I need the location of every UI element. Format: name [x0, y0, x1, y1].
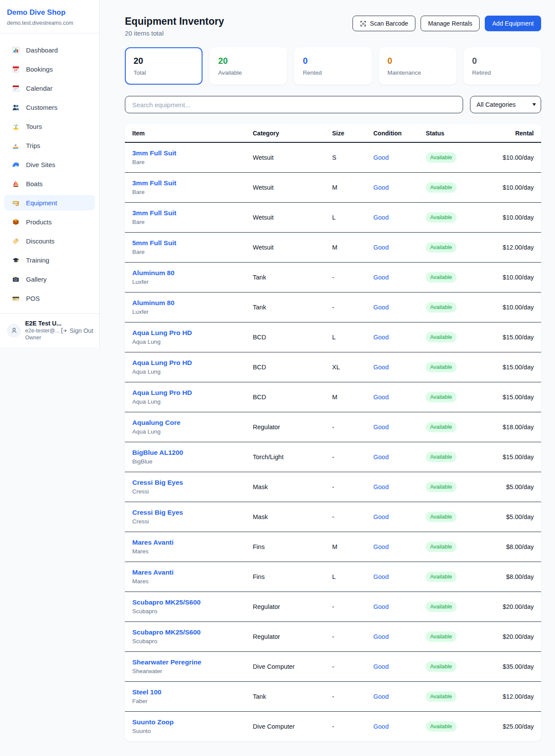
item-name-link[interactable]: Cressi Big Eyes	[132, 478, 249, 487]
item-name-link[interactable]: Aluminum 80	[132, 298, 249, 307]
status-badge: Available	[426, 631, 457, 642]
item-rental-rate: $20.00/day	[490, 621, 541, 651]
item-category: Fins	[253, 562, 332, 592]
item-name-link[interactable]: Shearwater Peregrine	[132, 657, 249, 667]
item-name-link[interactable]: Scubapro MK25/S600	[132, 598, 249, 607]
item-category: Tank	[253, 262, 332, 292]
equipment-row: 3mm Full SuitBareWetsuitSGoodAvailable$1…	[125, 142, 541, 172]
category-filter[interactable]: All Categories	[470, 96, 541, 113]
item-name-link[interactable]: Cressi Big Eyes	[132, 508, 249, 517]
item-brand: Bare	[132, 188, 249, 196]
item-condition-link[interactable]: Good	[373, 723, 388, 730]
item-category: Mask	[253, 472, 332, 502]
item-brand: BigBlue	[132, 458, 249, 466]
item-condition-link[interactable]: Good	[373, 214, 388, 221]
item-name-link[interactable]: Suunto Zoop	[132, 717, 249, 726]
item-name-link[interactable]: BigBlue AL1200	[132, 448, 249, 457]
item-size: M	[332, 232, 373, 262]
item-name-link[interactable]: 5mm Full Suit	[132, 238, 249, 247]
item-name-link[interactable]: 3mm Full Suit	[132, 178, 249, 187]
sidebar-item-training[interactable]: Training	[4, 252, 95, 268]
item-name-link[interactable]: 3mm Full Suit	[132, 208, 249, 217]
sidebar-item-dive-sites[interactable]: Dive Sites	[4, 157, 95, 172]
col-header-size: Size	[332, 124, 373, 142]
item-name-link[interactable]: Scubapro MK25/S600	[132, 628, 249, 637]
search-input[interactable]	[125, 96, 463, 113]
item-condition-link[interactable]: Good	[373, 394, 388, 401]
sidebar-item-products[interactable]: Products	[4, 214, 95, 230]
item-condition-link[interactable]: Good	[373, 663, 388, 670]
item-name-link[interactable]: Aqualung Core	[132, 418, 249, 427]
item-condition-link[interactable]: Good	[373, 454, 388, 460]
item-condition-link[interactable]: Good	[373, 304, 388, 311]
item-condition-link[interactable]: Good	[373, 274, 388, 281]
item-condition-link[interactable]: Good	[373, 424, 388, 431]
sidebar-item-pos[interactable]: POS	[4, 290, 95, 306]
stat-card-rented[interactable]: 0Rented	[294, 47, 372, 85]
sidebar-item-tours[interactable]: Tours	[4, 118, 95, 134]
header-actions: Scan Barcode Manage Rentals Add Equipmen…	[353, 16, 541, 31]
sidebar-item-calendar[interactable]: Calendar	[4, 80, 95, 96]
sidebar-item-customers[interactable]: Customers	[4, 99, 95, 115]
stat-card-total[interactable]: 20Total	[125, 47, 202, 85]
item-condition-link[interactable]: Good	[373, 334, 388, 341]
avatar	[7, 324, 21, 338]
person-icon	[10, 327, 18, 334]
sidebar-item-boats[interactable]: Boats	[4, 176, 95, 191]
status-badge: Available	[426, 661, 457, 672]
sidebar-item-label: Calendar	[26, 85, 52, 92]
sidebar-item-trips[interactable]: Trips	[4, 138, 95, 153]
item-category: Mask	[253, 502, 332, 532]
main-content: Equipment Inventory 20 items total Scan …	[100, 0, 555, 756]
stat-card-available[interactable]: 20Available	[209, 47, 287, 85]
item-condition-link[interactable]: Good	[373, 603, 388, 610]
item-brand: Scubapro	[132, 608, 249, 615]
add-equipment-button[interactable]: Add Equipment	[485, 16, 541, 31]
sidebar-item-equipment[interactable]: Equipment	[4, 195, 95, 210]
sidebar-item-dashboard[interactable]: Dashboard	[4, 42, 95, 58]
add-equipment-label: Add Equipment	[492, 20, 534, 27]
sidebar-item-gallery[interactable]: Gallery	[4, 271, 95, 287]
item-condition-link[interactable]: Good	[373, 184, 388, 191]
equipment-row: Aluminum 80LuxferTank-GoodAvailable$10.0…	[125, 262, 541, 292]
item-name-link[interactable]: Aqua Lung Pro HD	[132, 388, 249, 397]
item-condition-link[interactable]: Good	[373, 483, 388, 490]
item-name-link[interactable]: 3mm Full Suit	[132, 148, 249, 158]
item-condition-link[interactable]: Good	[373, 154, 388, 161]
item-brand: Mares	[132, 548, 249, 555]
stat-card-maintenance[interactable]: 0Maintenance	[379, 47, 457, 85]
item-name-link[interactable]: Mares Avanti	[132, 538, 249, 547]
scan-barcode-button[interactable]: Scan Barcode	[353, 16, 415, 31]
item-condition-link[interactable]: Good	[373, 513, 388, 520]
stat-value: 0	[388, 55, 448, 66]
sidebar-item-discounts[interactable]: Discounts	[4, 233, 95, 249]
stat-label: Retired	[472, 69, 532, 77]
sidebar-item-bookings[interactable]: 17Bookings	[4, 61, 95, 77]
items-count: 20 items total	[125, 29, 224, 38]
item-name-link[interactable]: Mares Avanti	[132, 568, 249, 577]
stat-card-retired[interactable]: 0Retired	[464, 47, 541, 85]
item-condition-link[interactable]: Good	[373, 633, 388, 640]
item-condition-link[interactable]: Good	[373, 693, 388, 700]
item-brand: Cressi	[132, 488, 249, 496]
item-condition-link[interactable]: Good	[373, 543, 388, 550]
bar-chart-icon	[12, 46, 20, 54]
manage-rentals-button[interactable]: Manage Rentals	[421, 16, 480, 31]
table-header-row: Item Category Size Condition Status Rent…	[125, 124, 541, 142]
sign-out-button[interactable]: Sign Out	[60, 327, 93, 334]
item-name-link[interactable]: Aqua Lung Pro HD	[132, 328, 249, 337]
item-name-link[interactable]: Aqua Lung Pro HD	[132, 358, 249, 367]
item-rental-rate: $10.00/day	[490, 172, 541, 202]
item-name-link[interactable]: Aluminum 80	[132, 268, 249, 277]
item-size: -	[332, 502, 373, 532]
item-name-link[interactable]: Steel 100	[132, 687, 249, 697]
status-badge: Available	[426, 242, 457, 253]
item-size: -	[332, 262, 373, 292]
item-rental-rate: $15.00/day	[490, 382, 541, 412]
equipment-row: Aluminum 80LuxferTank-GoodAvailable$10.0…	[125, 292, 541, 322]
sidebar-item-label: Gallery	[26, 276, 47, 283]
equipment-row: Scubapro MK25/S600ScubaproRegulator-Good…	[125, 621, 541, 651]
item-condition-link[interactable]: Good	[373, 364, 388, 371]
item-condition-link[interactable]: Good	[373, 573, 388, 580]
item-condition-link[interactable]: Good	[373, 244, 388, 251]
